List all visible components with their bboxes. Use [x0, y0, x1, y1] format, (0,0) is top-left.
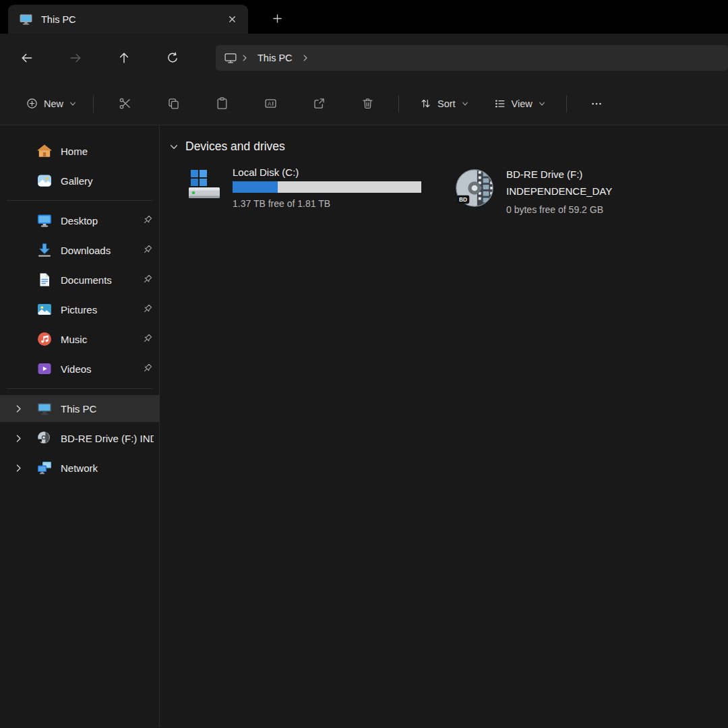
gallery-icon — [36, 173, 53, 189]
plus-circle-icon — [26, 97, 38, 110]
this-pc-monitor-icon — [19, 12, 33, 26]
chevron-down-icon — [461, 100, 469, 108]
file-operations: A — [110, 90, 382, 117]
drive-name: Local Disk (C:) — [233, 166, 421, 179]
sidebar-item-label: BD-RE Drive (F:) INDEPENDENCE_DAY — [61, 433, 154, 444]
toolbar-separator — [398, 95, 399, 113]
view-button[interactable]: View — [487, 92, 553, 115]
cut-icon[interactable] — [110, 90, 140, 117]
sidebar-item-music[interactable]: Music — [0, 326, 159, 353]
up-icon[interactable] — [109, 43, 139, 73]
sidebar-item-label: Downloads — [61, 245, 142, 256]
breadcrumb-this-pc[interactable]: This PC — [252, 53, 298, 63]
view-button-label: View — [512, 98, 533, 109]
documents-icon — [36, 272, 53, 288]
chevron-right-icon[interactable] — [13, 404, 24, 414]
downloads-icon — [36, 242, 53, 258]
hard-drive-icon — [187, 166, 222, 209]
address-bar[interactable]: This PC — [216, 45, 728, 71]
chevron-down-icon[interactable] — [169, 142, 179, 152]
sidebar-item-label: This PC — [61, 403, 154, 415]
copy-icon[interactable] — [158, 90, 188, 117]
drive-local-disk-c[interactable]: Local Disk (C:) 1.37 TB free of 1.81 TB — [187, 166, 421, 209]
sidebar-item-label: Videos — [61, 363, 142, 375]
new-button-label: New — [44, 98, 63, 109]
command-toolbar: New — [0, 82, 728, 125]
close-tab-icon[interactable] — [222, 10, 241, 29]
more-options-icon[interactable] — [582, 90, 611, 117]
sidebar-item-pictures[interactable]: Pictures — [0, 296, 159, 323]
sidebar-item-downloads[interactable]: Downloads — [0, 237, 159, 264]
titlebar: This PC — [0, 0, 728, 34]
paste-icon[interactable] — [207, 90, 237, 117]
sidebar-item-documents[interactable]: Documents — [0, 266, 159, 293]
new-button[interactable]: New — [18, 92, 85, 115]
desktop-icon — [36, 212, 53, 229]
chevron-right-icon[interactable] — [13, 463, 24, 473]
home-icon — [36, 143, 53, 159]
toolbar-separator — [93, 95, 94, 113]
view-list-icon — [493, 97, 506, 110]
drive-bdre-f[interactable]: BD BD-RE Drive (F:) INDEPENDENCE_DAY 0 b… — [454, 166, 612, 218]
sidebar-item-gallery[interactable]: Gallery — [0, 167, 159, 194]
this-pc-icon — [36, 400, 53, 417]
section-devices-and-drives[interactable]: Devices and drives — [169, 140, 728, 154]
svg-text:A: A — [267, 100, 271, 107]
sidebar-item-label: Pictures — [61, 304, 142, 315]
drive-free-space: 0 bytes free of 59.2 GB — [506, 202, 612, 218]
location-monitor-icon — [224, 51, 237, 65]
sidebar-item-videos[interactable]: Videos — [0, 355, 159, 382]
sidebar-item-label: Music — [61, 334, 142, 345]
drive-tiles: Local Disk (C:) 1.37 TB free of 1.81 TB — [169, 166, 728, 218]
toolbar-separator — [566, 95, 567, 113]
chevron-right-icon[interactable] — [13, 433, 24, 444]
videos-icon — [36, 361, 53, 377]
pictures-icon — [36, 301, 53, 317]
pin-icon — [142, 274, 154, 286]
sidebar-item-label: Network — [61, 462, 154, 474]
drive-free-space: 1.37 TB free of 1.81 TB — [233, 198, 421, 209]
pin-icon — [142, 244, 154, 256]
sort-button[interactable]: Sort — [413, 92, 476, 115]
optical-disc-icon — [36, 430, 53, 446]
network-icon — [36, 460, 53, 476]
sort-button-label: Sort — [437, 98, 456, 109]
forward-icon[interactable] — [61, 43, 90, 73]
chevron-down-icon — [538, 100, 546, 108]
svg-text:BD: BD — [459, 197, 467, 203]
pin-icon — [142, 303, 154, 315]
new-tab-plus-icon[interactable] — [266, 7, 289, 30]
chevron-down-icon — [69, 100, 77, 108]
rename-icon[interactable]: A — [255, 90, 285, 117]
pin-icon — [142, 333, 154, 345]
sidebar-item-desktop[interactable]: Desktop — [0, 207, 159, 234]
sidebar-item-label: Desktop — [61, 215, 142, 226]
share-icon[interactable] — [304, 90, 334, 117]
music-icon — [36, 331, 53, 347]
tab-this-pc[interactable]: This PC — [8, 5, 248, 34]
navigation-bar: This PC — [0, 34, 728, 82]
delete-icon[interactable] — [353, 90, 382, 117]
section-title: Devices and drives — [185, 140, 285, 154]
sidebar-item-label: Home — [61, 146, 154, 157]
content-area: Devices and drives — [160, 125, 728, 727]
volume-label: INDEPENDENCE_DAY — [506, 183, 612, 200]
tab-title: This PC — [41, 14, 214, 25]
chevron-right-icon[interactable] — [301, 53, 310, 63]
refresh-icon[interactable] — [158, 43, 187, 73]
sort-arrows-icon — [419, 97, 432, 110]
disk-usage-fill — [233, 181, 278, 193]
sidebar-item-label: Documents — [61, 274, 142, 286]
sidebar-item-network[interactable]: Network — [0, 454, 159, 481]
sidebar-item-home[interactable]: Home — [0, 138, 159, 164]
sidebar-item-this-pc[interactable]: This PC — [0, 395, 159, 422]
sidebar-item-label: Gallery — [61, 175, 154, 187]
drive-name: BD-RE Drive (F:) — [506, 166, 612, 183]
sidebar-separator — [7, 388, 152, 389]
chevron-right-icon[interactable] — [240, 53, 249, 63]
back-icon[interactable] — [12, 43, 42, 73]
pin-icon — [142, 363, 154, 375]
optical-disc-icon: BD — [454, 166, 495, 218]
navigation-pane: Home Gallery — [0, 125, 160, 727]
sidebar-item-bdre-drive[interactable]: BD-RE Drive (F:) INDEPENDENCE_DAY — [0, 425, 159, 452]
